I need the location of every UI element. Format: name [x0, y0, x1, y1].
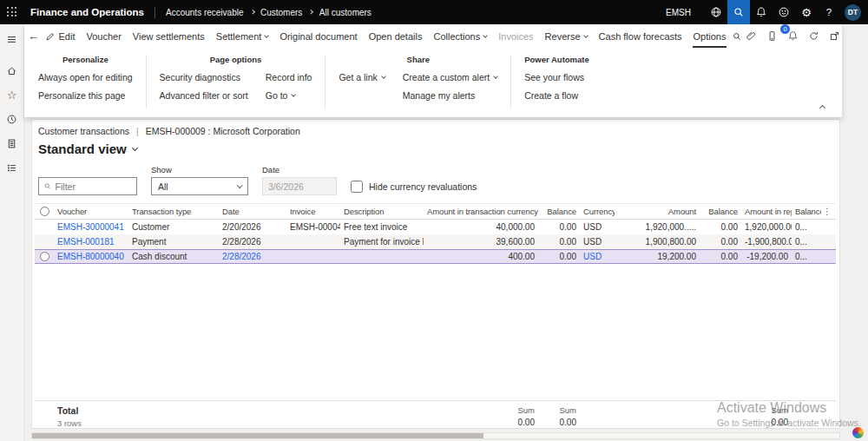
- voucher-link[interactable]: EMSH-80000040: [54, 252, 128, 261]
- voucher-button[interactable]: Voucher: [81, 24, 127, 48]
- cell-currency[interactable]: USD: [580, 252, 615, 261]
- manage-my-alerts-button[interactable]: Manage my alerts: [403, 90, 497, 101]
- cell-amount: 1,920,000.....: [615, 222, 700, 232]
- col-header-invoice[interactable]: Invoice: [286, 207, 340, 216]
- hide-revaluations-checkbox[interactable]: [351, 181, 363, 193]
- sum-reporting-cell: Sum 0.00: [741, 405, 792, 427]
- create-a-flow-button[interactable]: Create a flow: [524, 90, 584, 101]
- app-title[interactable]: Finance and Operations: [30, 7, 144, 17]
- globe-icon[interactable]: [705, 0, 727, 24]
- row-radio[interactable]: [40, 252, 49, 261]
- reverse-menu[interactable]: Reverse: [539, 24, 593, 48]
- show-attachments-icon[interactable]: [742, 27, 760, 45]
- customer-transactions-card: Customer transactions | EMSH-000009 : Mi…: [31, 119, 840, 429]
- create-custom-alert-menu[interactable]: Create a custom alert: [403, 72, 497, 82]
- refresh-icon[interactable]: [805, 27, 823, 45]
- cell-description: Payment for invoice EMSH-0000...: [340, 237, 424, 247]
- security-diagnostics-button[interactable]: Security diagnostics: [160, 72, 248, 82]
- back-icon[interactable]: ←: [28, 30, 39, 43]
- help-icon[interactable]: ?: [818, 0, 840, 24]
- ribbon-divider: [510, 55, 511, 109]
- mobile-app-icon[interactable]: [763, 27, 781, 45]
- cell-amount-txn: 40,000.00: [424, 222, 538, 232]
- view-settlements-button[interactable]: View settlements: [127, 24, 210, 48]
- collapse-ribbon-icon[interactable]: [814, 102, 830, 113]
- hamburger-menu-icon[interactable]: [3, 30, 22, 49]
- action-bar-right-icons: 0: [742, 27, 844, 45]
- scrollbar-thumb[interactable]: [32, 433, 483, 438]
- horizontal-scrollbar[interactable]: [31, 432, 840, 439]
- col-header-voucher[interactable]: Voucher: [54, 207, 128, 216]
- voucher-link[interactable]: EMSH-30000041: [54, 222, 128, 232]
- feedback-smiley-icon[interactable]: [773, 0, 795, 24]
- cash-flow-forecasts-button[interactable]: Cash flow forecasts: [593, 24, 687, 48]
- left-nav: ☆: [0, 24, 24, 441]
- breadcrumb-accounts-receivable[interactable]: Accounts receivable: [166, 8, 244, 17]
- col-header-balance-2[interactable]: Balance: [700, 207, 741, 216]
- col-header-amount-transaction-currency[interactable]: Amount in transaction currency: [424, 207, 538, 216]
- search-icon[interactable]: [727, 0, 750, 24]
- action-search-icon[interactable]: [732, 24, 742, 48]
- document-icon[interactable]: [3, 134, 22, 153]
- action-bar: ← Edit Voucher View settlements Settleme…: [24, 24, 842, 48]
- cell-currency: USD: [580, 237, 615, 247]
- breadcrumb-all-customers[interactable]: All customers: [319, 8, 372, 17]
- cell-date: 2/28/2026: [219, 237, 286, 247]
- cell-date[interactable]: 2/28/2026: [219, 252, 286, 261]
- grid-footer: Total 3 rows Sum 0.00 Sum 0.00 Sum 0.00: [35, 400, 836, 428]
- col-header-description[interactable]: Description: [340, 207, 424, 216]
- favorites-star-icon[interactable]: ☆: [3, 85, 22, 104]
- browser-pinwheel-icon[interactable]: [852, 427, 864, 438]
- bell-icon[interactable]: [750, 0, 773, 24]
- advanced-filter-or-sort-button[interactable]: Advanced filter or sort: [160, 90, 248, 101]
- row-select-cell[interactable]: [35, 252, 54, 261]
- record-info-button[interactable]: Record info: [266, 72, 312, 82]
- col-header-amount-in-reporting[interactable]: Amount in rep...: [741, 207, 792, 216]
- table-row[interactable]: EMSH-000181 Payment 2/28/2026 Payment fo…: [35, 234, 836, 249]
- edit-button[interactable]: Edit: [39, 24, 81, 48]
- open-details-button[interactable]: Open details: [363, 24, 428, 48]
- open-in-new-window-icon[interactable]: [825, 27, 844, 45]
- col-header-date[interactable]: Date: [219, 207, 286, 216]
- group-title: Share: [407, 55, 430, 64]
- options-tab[interactable]: Options: [687, 24, 732, 48]
- pencil-icon: [45, 31, 56, 42]
- voucher-link[interactable]: EMSH-000181: [54, 237, 128, 247]
- personalize-this-page-button[interactable]: Personalize this page: [38, 90, 133, 101]
- cell-balance-in: 0...: [792, 237, 821, 247]
- col-header-balance-in[interactable]: Balance in: [792, 207, 821, 216]
- col-header-balance[interactable]: Balance: [538, 207, 580, 216]
- go-to-menu[interactable]: Go to: [266, 90, 312, 101]
- view-selector[interactable]: Standard view: [38, 142, 831, 156]
- col-header-currency[interactable]: Currency: [580, 207, 615, 216]
- chevron-down-icon: [292, 92, 297, 97]
- see-your-flows-button[interactable]: See your flows: [524, 72, 584, 82]
- collections-menu[interactable]: Collections: [428, 24, 493, 48]
- group-title: Personalize: [62, 55, 108, 64]
- page-context-line: Customer transactions | EMSH-000009 : Mi…: [38, 126, 831, 136]
- table-row[interactable]: EMSH-30000041 Customer 2/20/2026 EMSH-00…: [35, 220, 836, 234]
- show-select[interactable]: All: [151, 177, 248, 195]
- table-row-selected[interactable]: EMSH-80000040 Cash discount 2/28/2026 40…: [35, 249, 836, 264]
- environment-label[interactable]: EMSH: [666, 8, 691, 17]
- recent-clock-icon[interactable]: [3, 109, 22, 128]
- cell-amount: 1,900,800.00: [615, 237, 700, 247]
- always-open-for-editing-button[interactable]: Always open for editing: [38, 72, 133, 82]
- breadcrumb-customers[interactable]: Customers: [260, 8, 302, 17]
- list-details-icon[interactable]: [3, 158, 22, 177]
- grid-options-icon[interactable]: ⋮: [823, 207, 832, 216]
- hide-revaluations-field: Hide currency revaluations: [351, 177, 477, 195]
- filter-input[interactable]: [56, 181, 132, 192]
- gear-icon[interactable]: ⚙: [795, 0, 818, 24]
- cell-transaction-type: Payment: [128, 237, 219, 247]
- notifications-icon[interactable]: 0: [784, 27, 802, 45]
- home-icon[interactable]: [3, 61, 22, 80]
- original-document-button[interactable]: Original document: [274, 24, 363, 48]
- settlement-menu[interactable]: Settlement: [210, 24, 274, 48]
- avatar[interactable]: DT: [845, 4, 861, 21]
- select-all-radio[interactable]: [40, 207, 49, 216]
- app-launcher-icon[interactable]: [0, 0, 24, 24]
- col-header-amount[interactable]: Amount: [615, 207, 700, 216]
- col-header-transaction-type[interactable]: Transaction type: [128, 207, 219, 216]
- get-a-link-menu[interactable]: Get a link: [339, 72, 385, 82]
